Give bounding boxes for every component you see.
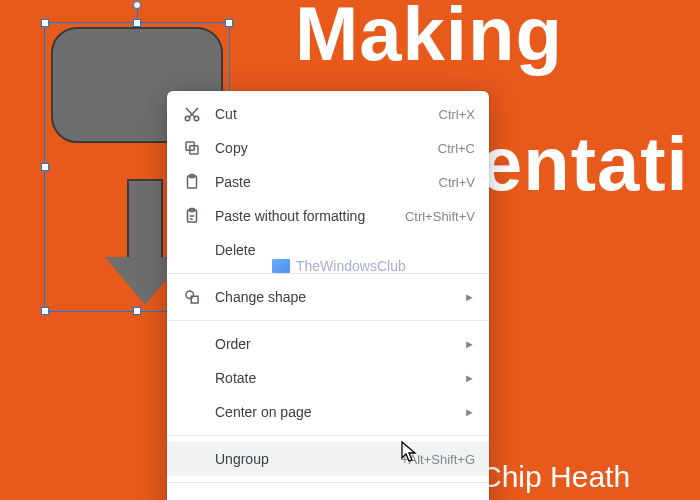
comment-icon (181, 495, 203, 500)
submenu-arrow-icon: ► (464, 372, 475, 384)
menu-center-label: Center on page (215, 404, 456, 420)
svg-point-0 (185, 116, 190, 121)
svg-point-1 (194, 116, 199, 121)
menu-paste[interactable]: Paste Ctrl+V (167, 165, 489, 199)
blank-icon (181, 367, 203, 389)
slide-author: Chip Heath (480, 460, 630, 494)
blank-icon (181, 401, 203, 423)
menu-center-on-page[interactable]: Center on page ► (167, 395, 489, 429)
menu-copy-label: Copy (215, 140, 426, 156)
menu-paste-shortcut: Ctrl+V (439, 175, 475, 190)
menu-paste-plain-label: Paste without formatting (215, 208, 393, 224)
menu-cut-shortcut: Ctrl+X (439, 107, 475, 122)
resize-handle-tl[interactable] (41, 19, 49, 27)
watermark-logo-icon (272, 259, 290, 273)
paste-icon (181, 171, 203, 193)
context-menu: Cut Ctrl+X Copy Ctrl+C Paste Ctrl+V Past… (167, 91, 489, 500)
blank-icon (181, 239, 203, 261)
menu-rotate-label: Rotate (215, 370, 456, 386)
submenu-arrow-icon: ► (464, 338, 475, 350)
slide-canvas[interactable]: Making entati Chip Heath Cut Ctrl+X (0, 0, 700, 500)
submenu-arrow-icon: ► (464, 406, 475, 418)
rotate-handle[interactable] (133, 1, 141, 9)
submenu-arrow-icon: ► (464, 291, 475, 303)
menu-change-shape[interactable]: Change shape ► (167, 280, 489, 314)
menu-change-shape-label: Change shape (215, 289, 456, 305)
menu-separator (167, 435, 489, 436)
resize-handle-tm[interactable] (133, 19, 141, 27)
menu-comment[interactable]: Comment Ctrl+Alt+M (167, 489, 489, 500)
menu-copy-shortcut: Ctrl+C (438, 141, 475, 156)
menu-ungroup-shortcut: +Alt+Shift+G (401, 452, 475, 467)
paste-plain-icon (181, 205, 203, 227)
menu-cut[interactable]: Cut Ctrl+X (167, 97, 489, 131)
menu-order[interactable]: Order ► (167, 327, 489, 361)
resize-handle-tr[interactable] (225, 19, 233, 27)
menu-paste-label: Paste (215, 174, 427, 190)
menu-cut-label: Cut (215, 106, 427, 122)
copy-icon (181, 137, 203, 159)
slide-title-line2: entati (480, 120, 689, 207)
svg-point-8 (186, 291, 194, 299)
menu-order-label: Order (215, 336, 456, 352)
menu-ungroup-label: Ungroup (215, 451, 389, 467)
menu-separator (167, 320, 489, 321)
cut-icon (181, 103, 203, 125)
menu-rotate[interactable]: Rotate ► (167, 361, 489, 395)
blank-icon (181, 333, 203, 355)
watermark-text: TheWindowsClub (296, 258, 406, 274)
change-shape-icon (181, 286, 203, 308)
menu-paste-plain-shortcut: Ctrl+Shift+V (405, 209, 475, 224)
blank-icon (181, 448, 203, 470)
slide-title-line1: Making (295, 0, 563, 77)
watermark: TheWindowsClub (272, 258, 406, 274)
menu-paste-without-formatting[interactable]: Paste without formatting Ctrl+Shift+V (167, 199, 489, 233)
resize-handle-ml[interactable] (41, 163, 49, 171)
menu-delete-label: Delete (215, 242, 475, 258)
menu-ungroup[interactable]: Ungroup +Alt+Shift+G (167, 442, 489, 476)
menu-separator (167, 482, 489, 483)
menu-copy[interactable]: Copy Ctrl+C (167, 131, 489, 165)
resize-handle-bl[interactable] (41, 307, 49, 315)
